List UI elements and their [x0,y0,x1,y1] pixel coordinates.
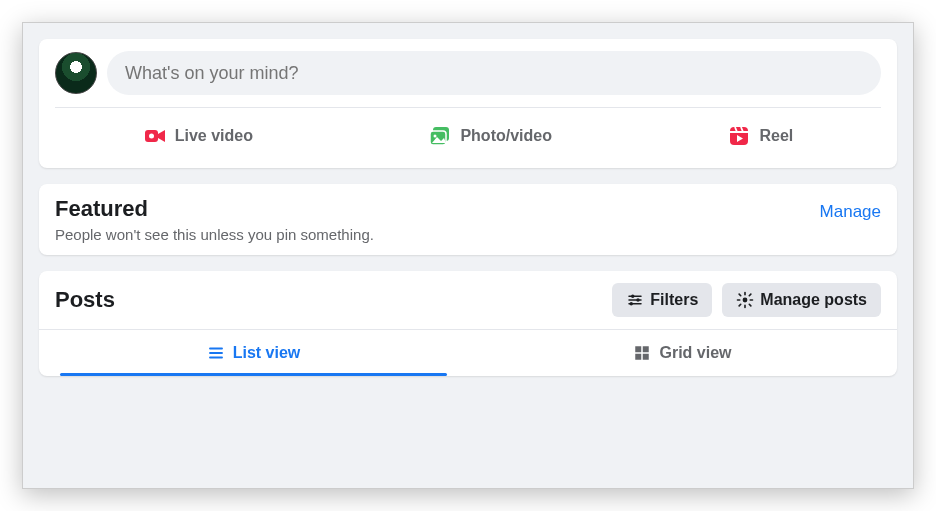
svg-point-9 [743,298,748,303]
live-video-button[interactable]: Live video [121,116,275,156]
posts-title: Posts [55,287,115,313]
reel-label: Reel [759,127,793,145]
svg-rect-11 [643,346,649,352]
svg-rect-12 [636,354,642,360]
composer-top-row [55,51,881,108]
filters-label: Filters [650,291,698,309]
live-video-label: Live video [175,127,253,145]
featured-manage-link[interactable]: Manage [820,196,881,222]
user-avatar[interactable] [55,52,97,94]
manage-posts-label: Manage posts [760,291,867,309]
svg-point-1 [149,134,154,139]
list-icon [207,344,225,362]
photo-icon [428,124,452,148]
featured-card: Featured People won't see this unless yo… [39,184,897,255]
filters-button[interactable]: Filters [612,283,712,317]
video-camera-icon [143,124,167,148]
featured-title: Featured [55,196,374,222]
svg-point-8 [630,302,633,305]
composer-input[interactable] [107,51,881,95]
svg-rect-13 [643,354,649,360]
grid-view-tab[interactable]: Grid view [468,330,897,376]
featured-header: Featured People won't see this unless yo… [55,196,881,243]
grid-icon [633,344,651,362]
featured-text-block: Featured People won't see this unless yo… [55,196,374,243]
reel-icon [727,124,751,148]
posts-buttons-group: Filters Manage posts [612,283,881,317]
composer-actions-row: Live video Photo/video Reel [55,108,881,156]
posts-card: Posts Filters Manage posts [39,271,897,376]
sliders-icon [626,291,644,309]
page-container: Live video Photo/video Reel Featured Peo… [22,22,914,489]
photo-video-label: Photo/video [460,127,552,145]
svg-point-6 [631,295,634,298]
svg-rect-5 [730,127,748,145]
grid-view-label: Grid view [659,344,731,362]
composer-card: Live video Photo/video Reel [39,39,897,168]
manage-posts-button[interactable]: Manage posts [722,283,881,317]
gear-icon [736,291,754,309]
svg-point-4 [434,135,437,138]
svg-rect-10 [636,346,642,352]
featured-subtitle: People won't see this unless you pin som… [55,226,374,243]
view-tabs: List view Grid view [39,330,897,376]
photo-video-button[interactable]: Photo/video [406,116,574,156]
posts-header: Posts Filters Manage posts [39,271,897,330]
list-view-tab[interactable]: List view [39,330,468,376]
reel-button[interactable]: Reel [705,116,815,156]
svg-point-7 [637,298,640,301]
list-view-label: List view [233,344,301,362]
